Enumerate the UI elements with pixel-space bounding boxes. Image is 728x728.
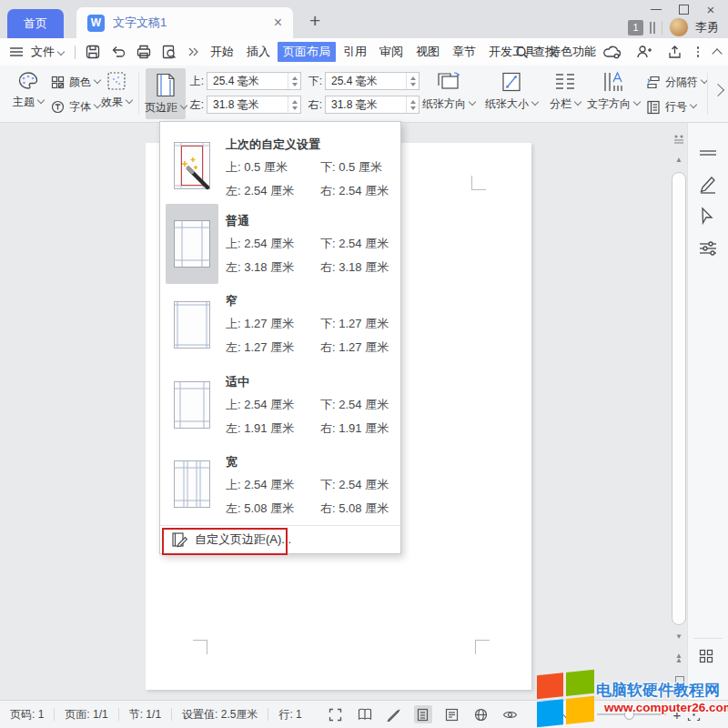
add-user-icon[interactable] [636, 45, 652, 59]
margin-corner-mark [475, 640, 490, 654]
ruler-toggle-icon[interactable] [673, 134, 684, 145]
collapse-ribbon-icon[interactable] [712, 48, 722, 58]
ribbon-expand-icon[interactable] [712, 84, 724, 96]
margin-right-label: 右: [306, 97, 322, 113]
margin-left-value: 31.8 毫米 [213, 97, 259, 113]
tab-review[interactable]: 审阅 [374, 42, 409, 62]
share-icon[interactable] [667, 45, 682, 59]
preset-top-value: 上: 2.54 厘米 [226, 236, 320, 252]
margin-left-field: 左: 31.8 毫米 [187, 96, 301, 114]
web-view-icon[interactable] [472, 705, 490, 723]
pen-mode-icon[interactable] [385, 705, 403, 723]
preset-bottom-value: 下: 2.54 厘米 [320, 477, 389, 493]
pen-annotate-icon[interactable] [699, 174, 717, 194]
tab-view[interactable]: 视图 [410, 42, 445, 62]
tab-start[interactable]: 开始 [205, 42, 239, 62]
margin-preset-moderate[interactable]: 适中 上: 2.54 厘米 下: 2.54 厘米 左: 1.91 厘米 右: 1… [160, 365, 400, 445]
preset-name: 宽 [226, 454, 389, 470]
effects-group[interactable]: 效果 [96, 71, 136, 110]
margins-button[interactable]: 页边距 [146, 68, 186, 119]
margin-top-input[interactable]: 25.4 毫米 [207, 72, 301, 90]
scroll-down-icon[interactable]: ▼ [670, 632, 688, 641]
dock-icon[interactable] [650, 22, 655, 34]
last-custom-preset-icon [174, 142, 210, 189]
print-preview-icon[interactable] [161, 44, 177, 60]
vertical-scrollbar[interactable]: ▲ ▼ ▲▲ [670, 123, 688, 701]
logo-tile-yellow [566, 696, 594, 724]
preset-bottom-value: 下: 2.54 厘米 [320, 397, 389, 413]
outline-view-icon[interactable] [443, 705, 461, 723]
logo-tile-green [566, 670, 594, 696]
previous-page-icon[interactable]: ▲▲ [670, 653, 688, 662]
search-box[interactable]: 查找 [515, 38, 557, 66]
status-setting-value: 设置值: 2.5厘米 [172, 707, 268, 723]
custom-margins-item[interactable]: 自定义页边距(A)... [160, 525, 400, 553]
preset-bottom-value: 下: 2.54 厘米 [320, 236, 389, 252]
columns-button[interactable]: 分栏 [544, 71, 586, 112]
effects-label: 效果 [101, 96, 123, 108]
margin-bottom-input[interactable]: 25.4 毫米 [325, 72, 420, 90]
user-avatar[interactable] [669, 17, 689, 37]
tab-home[interactable]: 首页 [7, 9, 64, 38]
divider [138, 73, 139, 115]
fonts-button[interactable]: 字体 [51, 99, 100, 115]
margin-preset-wide[interactable]: 宽 上: 2.54 厘米 下: 2.54 厘米 左: 5.08 厘米 右: 5.… [160, 445, 400, 522]
notification-badge[interactable]: 1 [628, 20, 643, 35]
margin-bottom-label: 下: [306, 74, 322, 89]
effects-icon [106, 71, 126, 91]
scroll-up-icon[interactable]: ▲ [670, 156, 688, 164]
margin-top-value: 25.4 毫米 [213, 74, 259, 89]
scrollbar-thumb[interactable] [672, 172, 686, 625]
tab-insert[interactable]: 插入 [241, 42, 276, 62]
book-view-icon[interactable] [356, 705, 374, 723]
preset-left-value: 左: 2.54 厘米 [226, 183, 320, 199]
writer-doc-icon: W [87, 15, 105, 32]
breaks-button[interactable]: 分隔符 [646, 75, 707, 90]
paper-orientation-button[interactable]: 纸张方向 [417, 71, 480, 112]
file-menu[interactable]: 文件 [31, 44, 55, 60]
margin-left-input[interactable]: 31.8 毫米 [207, 96, 301, 114]
undo-icon[interactable] [110, 44, 126, 60]
preset-right-value: 右: 2.54 厘米 [320, 183, 389, 199]
eye-protect-icon[interactable] [501, 705, 520, 723]
page-view-icon[interactable] [414, 705, 432, 723]
tab-page-layout[interactable]: 页面布局 [278, 42, 336, 62]
text-direction-button[interactable]: 文字方向 [584, 71, 642, 112]
spinner[interactable] [288, 96, 300, 113]
close-button[interactable]: × [697, 0, 724, 18]
margin-preset-narrow[interactable]: 窄 上: 1.27 厘米 下: 1.27 厘米 左: 1.27 厘米 右: 1.… [160, 284, 400, 365]
ruler-lines-icon[interactable] [699, 148, 717, 157]
line-numbers-button[interactable]: 行号 [646, 99, 696, 115]
window-controls: — × [642, 0, 724, 18]
maximize-button[interactable] [670, 0, 697, 18]
colors-label: 颜色 [69, 76, 91, 88]
preset-name: 上次的自定义设置 [226, 136, 389, 153]
tab-close-icon[interactable]: × [274, 15, 282, 30]
tab-section[interactable]: 章节 [447, 42, 481, 62]
print-icon[interactable] [136, 44, 152, 60]
settings-sliders-icon[interactable] [699, 239, 717, 258]
paper-size-button[interactable]: 纸张大小 [480, 71, 542, 112]
components-grid-icon[interactable] [699, 649, 713, 663]
theme-group[interactable]: 主题 [7, 71, 49, 110]
preset-right-value: 右: 1.91 厘米 [320, 420, 389, 437]
preset-icon-cell [166, 365, 218, 445]
more-options-icon[interactable] [697, 46, 700, 57]
minimize-button[interactable]: — [642, 0, 670, 18]
cloud-sync-icon[interactable] [603, 45, 622, 59]
margin-preset-normal[interactable]: 普通 上: 2.54 厘米 下: 2.54 厘米 左: 3.18 厘米 右: 3… [160, 204, 400, 284]
hamburger-icon[interactable] [9, 45, 24, 59]
tab-references[interactable]: 引用 [338, 42, 372, 62]
user-area: 1 李勇 [628, 17, 719, 37]
tab-document[interactable]: W 文字文稿1 × [76, 7, 293, 38]
cursor-select-icon[interactable] [699, 207, 715, 227]
more-tools-icon[interactable] [187, 46, 199, 58]
fullscreen-icon[interactable] [327, 705, 345, 723]
margin-right-input[interactable]: 31.8 毫米 [325, 96, 420, 114]
new-tab-button[interactable]: + [309, 10, 320, 32]
save-icon[interactable] [85, 44, 101, 60]
colors-button[interactable]: 颜色 [51, 75, 100, 90]
margin-preset-last-custom[interactable]: 上次的自定义设置 上: 0.5 厘米 下: 0.5 厘米 左: 2.54 厘米 … [160, 127, 400, 204]
spinner[interactable] [288, 73, 300, 89]
margin-right-field: 右: 31.8 毫米 [306, 96, 420, 114]
